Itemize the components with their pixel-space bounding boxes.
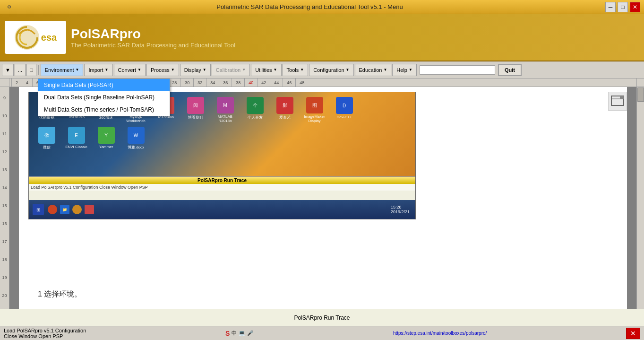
desktop-icon: 影 爱奇艺	[272, 97, 298, 123]
toolbar-arrow-btn[interactable]: ▼	[2, 64, 14, 76]
status-icon-s: S	[225, 330, 230, 337]
configuration-arrow-icon: ▼	[346, 68, 350, 72]
status-url: https://step.esa.int/main/toolboxes/pols…	[393, 331, 487, 336]
toolbar-square-btn[interactable]: □	[26, 64, 36, 76]
document-content: ea 影 优酷影视 T	[9, 87, 636, 309]
app-header: esa PolSARpro The Polarimetric SAR Data …	[0, 14, 644, 61]
system-icon: ⚙	[4, 2, 14, 12]
svg-rect-3	[620, 96, 624, 99]
status-bar: Load PolSARpro v5.1 Configuration Close …	[0, 326, 644, 340]
desktop-icon: 个 个人开发	[242, 97, 268, 123]
menu-item-dual[interactable]: Dual Data Sets (Single Baseline Pol-InSA…	[38, 91, 170, 104]
menu-education[interactable]: Education ▼	[355, 64, 392, 76]
polsarpro-title: PolSARpro The Polarimetric SAR Data Proc…	[71, 26, 235, 49]
svg-point-0	[15, 25, 39, 50]
menu-import[interactable]: Import ▼	[84, 64, 112, 76]
app-subtitle: The Polarimetric SAR Data Processing and…	[71, 42, 235, 49]
menu-configuration[interactable]: Configuration ▼	[309, 64, 353, 76]
esa-logo: esa	[5, 21, 66, 54]
ruler-corner-right	[636, 78, 644, 87]
convert-arrow-icon: ▼	[137, 68, 141, 72]
status-close: Close Window Open PSP	[4, 333, 86, 339]
bottom-trace-bar: PolSARpro Run Trace	[0, 309, 644, 326]
utilities-arrow-icon: ▼	[274, 68, 277, 72]
quit-button[interactable]: Quit	[498, 64, 522, 76]
side-panel-icon	[608, 92, 627, 111]
window-title: Polarimetric SAR Data Processing and Edu…	[14, 3, 605, 10]
environment-arrow-icon: ▼	[75, 68, 79, 72]
tools-arrow-icon: ▼	[300, 68, 304, 72]
progress-bar	[420, 65, 495, 75]
desktop-icon: 微 微信	[34, 127, 60, 153]
menu-utilities[interactable]: Utilities ▼	[251, 64, 281, 76]
menu-convert[interactable]: Convert ▼	[114, 64, 146, 76]
inner-run-trace: PolSARpro Run Trace Load PolSARpro v5.1 …	[29, 176, 415, 200]
desktop-icon: D Dev-C++	[331, 97, 357, 123]
import-arrow-icon: ▼	[105, 68, 109, 72]
page-text: 1 选择环境。	[38, 289, 82, 299]
menu-help[interactable]: Help ▼	[392, 64, 417, 76]
scroll-thumb[interactable]	[637, 87, 644, 102]
desktop-icon: 图 ImageMaker Display	[301, 97, 327, 123]
white-page: ea 影 优酷影视 T	[19, 87, 627, 309]
calibration-arrow-icon: ▼	[242, 68, 246, 72]
status-load: Load PolSARpro v5.1 Configuration	[4, 328, 86, 333]
app-name: PolSARpro	[71, 26, 235, 42]
esa-swirl-icon	[14, 25, 40, 51]
desktop-icon: M MATLAB R2018b	[212, 97, 238, 123]
toolbar-dots-btn[interactable]: ...	[15, 64, 26, 76]
help-arrow-icon: ▼	[409, 68, 412, 72]
toolbar-separator	[38, 65, 39, 75]
desktop-icon: W 博雅.docx	[123, 127, 149, 153]
inner-trace-content: Load PolSARpro v5.1 Configuration Close …	[29, 184, 415, 191]
process-arrow-icon: ▼	[171, 68, 175, 72]
menu-process[interactable]: Process ▼	[146, 64, 179, 76]
left-ruler: 9 10 11 12 13 14 15 16 17 18 19 20 21 22	[0, 87, 9, 309]
menu-item-multi[interactable]: Multi Data Sets (Time series / Pol-TomSA…	[38, 104, 170, 116]
content-row: 9 10 11 12 13 14 15 16 17 18 19 20 21 22…	[0, 87, 644, 309]
status-icon-zh: 中	[232, 330, 237, 337]
desktop-icon: E ENVI Classic	[63, 127, 89, 153]
screen-taskbar: ⊞ 📁 15:282019/2/21	[29, 200, 415, 219]
display-arrow-icon: ▼	[203, 68, 206, 72]
menu-environment[interactable]: Environment ▼	[41, 64, 84, 76]
window-controls: ─ □ ✕	[605, 2, 640, 12]
title-bar: ⚙ Polarimetric SAR Data Processing and E…	[0, 0, 644, 14]
menu-tools[interactable]: Tools ▼	[283, 64, 309, 76]
minimize-button[interactable]: ─	[605, 2, 616, 12]
desktop-icon: 阅 博看期刊	[182, 97, 208, 123]
close-button[interactable]: ✕	[630, 2, 640, 12]
menu-display[interactable]: Display ▼	[180, 64, 211, 76]
menu-calibration[interactable]: Calibration ▼	[212, 64, 250, 76]
education-arrow-icon: ▼	[383, 68, 387, 72]
restore-button[interactable]: □	[618, 2, 628, 12]
inner-run-trace-title: PolSARpro Run Trace	[29, 177, 415, 184]
status-close-btn[interactable]: ✕	[626, 328, 640, 339]
environment-dropdown: Single Data Sets (Pol-SAR) Dual Data Set…	[38, 78, 170, 116]
trace-label: PolSARpro Run Trace	[294, 314, 350, 321]
document-area: ea 影 优酷影视 T	[9, 87, 636, 309]
menu-item-single[interactable]: Single Data Sets (Pol-SAR)	[38, 79, 170, 91]
logo-area: esa PolSARpro The Polarimetric SAR Data …	[5, 21, 235, 54]
status-icon-mic: 🎤	[247, 330, 254, 336]
status-icon-en: 💻	[239, 330, 245, 336]
vertical-scrollbar[interactable]	[636, 87, 644, 309]
status-left: Load PolSARpro v5.1 Configuration Close …	[4, 328, 86, 339]
menu-toolbar: ▼ ... □ Environment ▼ Import ▼ Convert ▼…	[0, 61, 644, 78]
ruler-corner	[0, 78, 9, 87]
esa-wordmark: esa	[41, 32, 57, 43]
desktop-icon: Y Yammer	[93, 127, 119, 153]
status-right-icons: S 中 💻 🎤	[225, 330, 254, 337]
